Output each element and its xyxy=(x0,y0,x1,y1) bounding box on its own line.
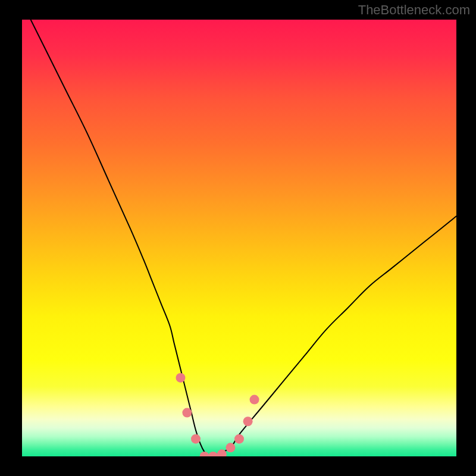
marker-dot xyxy=(191,434,201,444)
marker-dot xyxy=(250,395,259,405)
chart-container xyxy=(22,20,456,456)
chart-background xyxy=(22,20,456,456)
watermark-text: TheBottleneck.com xyxy=(358,2,470,18)
marker-dot xyxy=(182,408,192,418)
marker-dot xyxy=(226,443,235,452)
marker-dot xyxy=(234,434,244,444)
marker-dot xyxy=(243,416,253,426)
chart-svg xyxy=(22,20,456,456)
marker-dot xyxy=(176,373,185,383)
